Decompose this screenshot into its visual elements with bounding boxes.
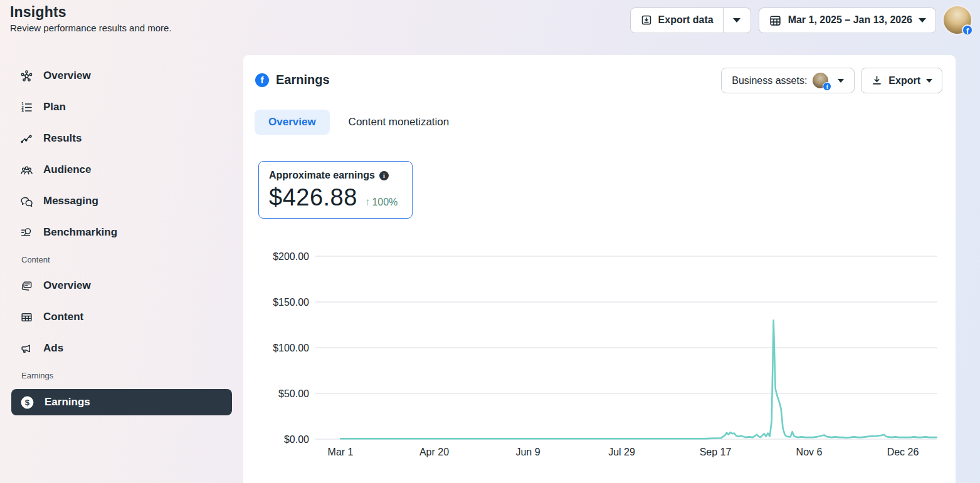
sidebar-item-label: Overview bbox=[43, 279, 91, 292]
arrow-up-icon: ↑ bbox=[365, 196, 371, 208]
sidebar-item-plan[interactable]: 1 2 3 Plan bbox=[0, 95, 232, 120]
hub-icon bbox=[20, 70, 33, 83]
export-data-split-button[interactable]: Export data bbox=[630, 8, 751, 33]
chevron-down-icon bbox=[838, 79, 844, 83]
sidebar-item-label: Earnings bbox=[45, 396, 90, 408]
x-axis-tick-label: Jul 29 bbox=[608, 447, 635, 457]
sidebar-item-content-overview[interactable]: Overview bbox=[0, 273, 232, 298]
section-label-earnings: Earnings bbox=[21, 371, 243, 380]
svg-text:$: $ bbox=[25, 398, 30, 407]
top-controls: Export data Mar 1, 2025 – Jan 13, 2026 f bbox=[630, 6, 971, 34]
export-data-button[interactable]: Export data bbox=[631, 8, 723, 33]
x-axis-tick-label: Sep 17 bbox=[700, 447, 732, 457]
panel-header: f Earnings bbox=[255, 73, 330, 87]
x-axis-tick-label: Mar 1 bbox=[328, 447, 354, 457]
sidebar-item-label: Overview bbox=[43, 70, 91, 82]
sidebar-item-label: Content bbox=[43, 311, 83, 323]
facebook-badge-icon: f bbox=[962, 24, 973, 36]
sidebar-item-overview[interactable]: Overview bbox=[0, 63, 232, 88]
tab-bar: Overview Content monetization bbox=[255, 110, 451, 135]
y-axis-tick-label: $50.00 bbox=[278, 388, 309, 399]
y-axis-tick-label: $100.00 bbox=[273, 343, 309, 353]
sidebar-item-benchmarking[interactable]: Benchmarking bbox=[0, 220, 232, 245]
numbered-list-icon: 1 2 3 bbox=[20, 101, 33, 114]
sidebar-item-label: Results bbox=[43, 132, 82, 145]
date-range-label: Mar 1, 2025 – Jan 13, 2026 bbox=[788, 14, 912, 26]
chat-bubbles-icon bbox=[20, 195, 33, 208]
facebook-badge-icon: f bbox=[823, 82, 831, 91]
table-icon bbox=[20, 311, 33, 324]
page-title: Insights bbox=[10, 4, 172, 21]
date-range-button[interactable]: Mar 1, 2025 – Jan 13, 2026 bbox=[759, 8, 936, 33]
business-assets-label: Business assets: bbox=[732, 75, 807, 86]
info-icon[interactable]: i bbox=[379, 171, 389, 180]
trend-line-icon bbox=[20, 132, 33, 145]
people-icon bbox=[20, 164, 33, 177]
sidebar-item-content[interactable]: Content bbox=[0, 304, 232, 330]
earnings-chart-container: $0.00$50.00$100.00$150.00$200.00Mar 1Apr… bbox=[251, 247, 947, 464]
sidebar-item-ads[interactable]: Ads bbox=[0, 336, 232, 361]
chevron-down-icon bbox=[926, 79, 932, 83]
download-tray-icon bbox=[640, 14, 653, 26]
panel-controls: Business assets: f Export bbox=[721, 68, 942, 93]
export-dropdown-button[interactable]: Export bbox=[861, 68, 942, 93]
export-label: Export bbox=[888, 75, 920, 86]
megaphone-icon bbox=[20, 342, 33, 355]
metric-delta: ↑100% bbox=[365, 196, 398, 209]
metric-title: Approximate earnings bbox=[269, 170, 375, 181]
earnings-series-line bbox=[340, 320, 937, 439]
metric-delta-value: 100% bbox=[372, 197, 398, 207]
y-axis-tick-label: $200.00 bbox=[273, 251, 309, 262]
page-subtitle: Review performance results and more. bbox=[10, 23, 172, 33]
earnings-panel: f Earnings Business assets: f Export Ove… bbox=[243, 55, 956, 483]
earnings-line-chart[interactable]: $0.00$50.00$100.00$150.00$200.00Mar 1Apr… bbox=[251, 247, 947, 464]
sidebar-item-results[interactable]: Results bbox=[0, 126, 232, 151]
x-axis-tick-label: Apr 20 bbox=[419, 447, 449, 457]
chevron-down-icon bbox=[919, 18, 926, 23]
sidebar-item-audience[interactable]: Audience bbox=[0, 157, 232, 182]
sidebar-item-label: Audience bbox=[43, 164, 92, 176]
magnifier-lines-icon bbox=[20, 226, 33, 239]
sidebar: Overview 1 2 3 Plan Results Audience bbox=[0, 55, 243, 415]
download-icon bbox=[871, 75, 883, 86]
y-axis-tick-label: $150.00 bbox=[273, 297, 309, 308]
sidebar-item-label: Plan bbox=[43, 101, 66, 113]
sidebar-item-label: Ads bbox=[43, 342, 63, 355]
x-axis-tick-label: Jun 9 bbox=[515, 447, 540, 457]
y-axis-tick-label: $0.00 bbox=[284, 434, 309, 445]
sidebar-item-label: Messaging bbox=[43, 195, 98, 207]
cards-icon bbox=[20, 279, 33, 293]
chevron-down-icon bbox=[733, 18, 740, 23]
x-axis-tick-label: Dec 26 bbox=[887, 447, 919, 457]
x-axis-tick-label: Nov 6 bbox=[796, 447, 823, 457]
business-asset-avatar: f bbox=[813, 73, 828, 88]
section-label-content: Content bbox=[21, 255, 243, 264]
facebook-logo-icon: f bbox=[255, 73, 269, 87]
svg-text:3: 3 bbox=[21, 108, 24, 113]
tab-content-monetization[interactable]: Content monetization bbox=[346, 110, 452, 135]
page-header: Insights Review performance results and … bbox=[10, 4, 172, 33]
user-avatar[interactable]: f bbox=[944, 6, 971, 34]
sidebar-item-label: Benchmarking bbox=[43, 226, 117, 239]
tab-overview[interactable]: Overview bbox=[255, 110, 330, 135]
export-data-dropdown-button[interactable] bbox=[723, 8, 751, 33]
panel-title: Earnings bbox=[276, 73, 330, 87]
dollar-circle-icon: $ bbox=[20, 395, 34, 410]
approximate-earnings-card[interactable]: Approximate earnings i $426.88 ↑100% bbox=[258, 161, 413, 219]
calendar-icon bbox=[769, 14, 782, 27]
sidebar-item-messaging[interactable]: Messaging bbox=[0, 189, 232, 214]
metric-value: $426.88 bbox=[269, 184, 357, 211]
export-data-label: Export data bbox=[658, 14, 714, 26]
sidebar-item-earnings[interactable]: $ Earnings bbox=[11, 389, 232, 415]
business-assets-dropdown[interactable]: Business assets: f bbox=[721, 68, 855, 93]
